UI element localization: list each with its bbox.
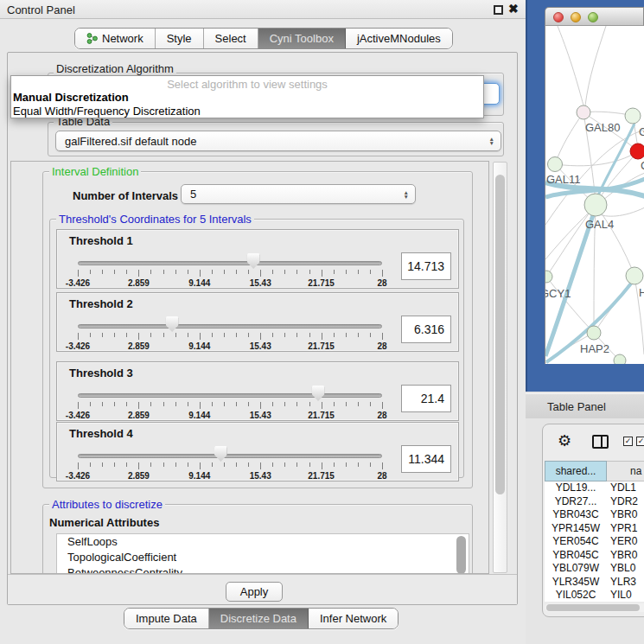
table-row[interactable]: YPR145WYPR1 xyxy=(545,522,644,536)
cell-name[interactable]: YPR1 xyxy=(607,522,644,536)
threshold-3-value-field[interactable]: 21.4 xyxy=(401,385,451,412)
numerical-attributes-list[interactable]: SelfLoopsTopologicalCoefficientBetweenne… xyxy=(56,533,469,574)
threshold-4-slider[interactable]: -3.4262.8599.14415.4321.71528 xyxy=(78,423,382,482)
slider-tick xyxy=(248,402,249,406)
cell-shared-name[interactable]: YBL079W xyxy=(545,562,607,576)
slider-thumb[interactable] xyxy=(166,316,179,332)
table-row[interactable]: YBL079WYBL0 xyxy=(545,562,644,576)
slider-track[interactable] xyxy=(78,261,382,265)
threshold-2-value-field[interactable]: 6.316 xyxy=(401,316,451,343)
slider-thumb[interactable] xyxy=(312,386,325,401)
cell-name[interactable]: YBR0 xyxy=(607,549,644,563)
network-node-gal80[interactable] xyxy=(577,105,590,119)
scrollbar-thumb[interactable] xyxy=(495,175,505,494)
threshold-4-value-field[interactable]: 11.344 xyxy=(401,445,451,473)
cell-shared-name[interactable]: YDR27... xyxy=(545,495,607,509)
slider-thumb[interactable] xyxy=(214,446,227,462)
threshold-panel-4: Threshold 4 -3.4262.8599.14415.4321.7152… xyxy=(56,422,459,481)
table-row[interactable]: YDL19...YDL1 xyxy=(545,481,644,495)
cell-name[interactable]: YER0 xyxy=(607,535,644,549)
close-traffic-light-icon[interactable] xyxy=(553,12,564,22)
slider-tick xyxy=(272,333,273,337)
table-row[interactable]: YIL052CYIL0 xyxy=(545,589,644,602)
slider-tick xyxy=(346,270,347,274)
cell-shared-name[interactable]: YPR145W xyxy=(545,522,607,536)
cell-name[interactable]: YDR2 xyxy=(607,495,644,509)
network-node-ga[interactable] xyxy=(625,108,641,124)
table-row[interactable]: YLR345WYLR3 xyxy=(545,576,644,590)
slider-tick xyxy=(224,333,225,337)
threshold-3-slider[interactable]: -3.4262.8599.14415.4321.71528 xyxy=(78,362,382,422)
slider-track[interactable] xyxy=(78,454,382,458)
cell-shared-name[interactable]: YIL052C xyxy=(545,589,607,602)
cell-name[interactable]: YIL0 xyxy=(607,589,644,602)
checkbox-icon[interactable]: ✓ xyxy=(623,437,633,446)
zoom-traffic-light-icon[interactable] xyxy=(588,12,598,22)
horizontal-scrollbar[interactable] xyxy=(545,603,644,612)
column-header-name[interactable]: na xyxy=(607,461,644,481)
minimize-traffic-light-icon[interactable] xyxy=(571,12,581,22)
checkbox-icon[interactable]: ✓ xyxy=(636,437,644,446)
column-header-shared[interactable]: shared... xyxy=(545,461,607,481)
close-icon[interactable]: ✖ xyxy=(508,2,519,16)
tab-discretize-data[interactable]: Discretize Data xyxy=(209,609,309,628)
slider-thumb[interactable] xyxy=(247,253,260,269)
network-node-gal4[interactable] xyxy=(584,194,607,216)
apply-button[interactable]: Apply xyxy=(226,582,283,602)
threshold-panel-1: Threshold 1 -3.4262.8599.14415.4321.7152… xyxy=(56,229,459,289)
cell-name[interactable]: YLR3 xyxy=(607,576,644,590)
slider-tick xyxy=(322,462,322,469)
cell-shared-name[interactable]: YDL19... xyxy=(545,481,607,495)
tab-style[interactable]: Style xyxy=(156,29,204,48)
list-item[interactable]: SelfLoops xyxy=(57,534,469,550)
tab-jactivemnodules[interactable]: jActiveMNodules xyxy=(346,29,452,48)
network-node-bottom[interactable] xyxy=(614,354,626,364)
slider-track[interactable] xyxy=(78,324,382,328)
list-scrollbar[interactable] xyxy=(456,536,466,574)
threshold-1-slider[interactable]: -3.4262.8599.14415.4321.71528 xyxy=(78,230,382,290)
table-row[interactable]: YDR27...YDR2 xyxy=(545,495,644,509)
node-label: GAL80 xyxy=(585,121,620,134)
menu-item-manual-discretization[interactable]: Manual Discretization xyxy=(11,91,483,105)
panel-scrollbar[interactable] xyxy=(493,162,507,573)
table-row[interactable]: YBR043CYBR0 xyxy=(545,508,644,522)
list-item[interactable]: TopologicalCoefficient xyxy=(57,550,469,565)
slider-tick xyxy=(175,333,176,337)
slider-tick xyxy=(150,333,151,337)
menu-item-equal-width-frequency[interactable]: Equal Width/Frequency Discretization xyxy=(11,105,483,118)
network-node-hap2[interactable] xyxy=(587,326,601,340)
network-node-red[interactable] xyxy=(630,143,644,159)
tab-select[interactable]: Select xyxy=(204,29,258,48)
tab-infer-network[interactable]: Infer Network xyxy=(309,609,398,628)
float-window-icon[interactable] xyxy=(494,5,503,15)
cell-name[interactable]: YBL0 xyxy=(607,562,644,576)
split-columns-icon[interactable] xyxy=(592,435,609,449)
network-node-gcy1[interactable] xyxy=(545,271,552,283)
network-node-h[interactable] xyxy=(626,267,643,284)
cell-name[interactable]: YBR0 xyxy=(607,508,644,522)
threshold-1-value-field[interactable]: 14.713 xyxy=(401,252,451,280)
table-data-combobox[interactable]: galFiltered.sif default node ▲▼ xyxy=(55,131,501,151)
tab-cyni-toolbox[interactable]: Cyni Toolbox xyxy=(258,29,346,48)
number-of-intervals-combobox[interactable]: 5 ▲▼ xyxy=(181,184,416,204)
scrollbar-thumb[interactable] xyxy=(546,604,640,611)
tab-network[interactable]: Network xyxy=(75,29,156,48)
slider-tick xyxy=(114,270,115,274)
threshold-2-slider[interactable]: -3.4262.8599.14415.4321.71528 xyxy=(78,293,382,353)
slider-track[interactable] xyxy=(78,393,382,398)
network-node-gal11[interactable] xyxy=(548,157,563,172)
slider-tick xyxy=(114,333,115,337)
slider-tick-label: 9.144 xyxy=(188,411,210,420)
cell-shared-name[interactable]: YER054C xyxy=(545,535,607,549)
network-canvas[interactable]: GAL80 GA C GAL11 GAL4 GCY1 H HAP2 xyxy=(545,26,644,364)
cell-shared-name[interactable]: YBR045C xyxy=(545,549,607,563)
discretization-algorithm-title: Discretization Algorithm xyxy=(54,62,176,75)
table-row[interactable]: YER054CYER0 xyxy=(545,535,644,549)
list-item[interactable]: BetweennessCentrality xyxy=(57,565,469,574)
cell-shared-name[interactable]: YBR043C xyxy=(545,508,607,522)
cell-name[interactable]: YDL1 xyxy=(607,481,644,495)
cell-shared-name[interactable]: YLR345W xyxy=(545,576,607,590)
gear-icon[interactable]: ⚙ xyxy=(558,431,571,450)
tab-impute-data[interactable]: Impute Data xyxy=(124,609,209,628)
table-row[interactable]: YBR045CYBR0 xyxy=(545,549,644,563)
